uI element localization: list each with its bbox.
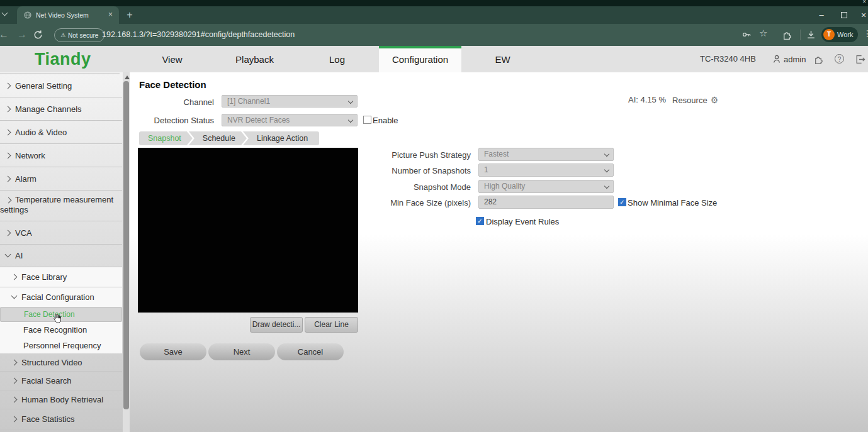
sidebar-item-label: Face Library xyxy=(21,272,67,282)
window-restore-icon[interactable] xyxy=(838,6,850,24)
draw-detection-button[interactable]: Draw detecti... xyxy=(250,317,303,333)
save-button[interactable]: Save xyxy=(140,343,206,360)
window-minimize-icon[interactable]: – xyxy=(815,6,828,24)
sidebar-item-label: Facial Configuration xyxy=(21,292,94,302)
picture-push-select[interactable]: Fastest xyxy=(478,148,614,161)
detection-status-select[interactable]: NVR Detect Faces xyxy=(222,114,358,126)
screen: × Net Video System × + – × ← → ⚠ Not sec… xyxy=(0,0,868,432)
overlay-titlebar: × xyxy=(0,0,868,6)
nav-tab-ew[interactable]: EW xyxy=(461,46,544,72)
logout-icon[interactable] xyxy=(855,54,865,65)
sidebar-item-label: VCA xyxy=(15,228,32,238)
window-close-icon[interactable]: × xyxy=(857,6,868,24)
tab-snapshot[interactable]: Snapshot xyxy=(139,131,193,145)
user-icon xyxy=(772,54,782,64)
security-chip[interactable]: ⚠ Not secure xyxy=(54,28,104,42)
sidebar-item-vca[interactable]: VCA xyxy=(0,221,122,245)
chevron-right-icon xyxy=(5,230,11,236)
sidebar-item-face-library[interactable]: Face Library xyxy=(0,267,122,287)
sidebar-item-label: Personnel Frequency xyxy=(23,341,101,350)
nav-tab-log[interactable]: Log xyxy=(296,46,378,72)
toolbar-divider xyxy=(800,30,801,40)
user-menu[interactable]: admin xyxy=(772,46,806,72)
back-icon[interactable]: ← xyxy=(0,24,9,46)
profile-chip[interactable]: T Work xyxy=(821,27,858,42)
sidebar-item-network[interactable]: Network xyxy=(0,144,122,167)
sidebar-item-label: Manage Channels xyxy=(15,104,82,114)
chevron-down-icon xyxy=(11,293,18,299)
browser-tab[interactable]: Net Video System × xyxy=(17,6,119,24)
enable-checkbox[interactable] xyxy=(363,116,371,124)
reload-icon[interactable] xyxy=(33,30,43,40)
min-face-size-input[interactable]: 282 xyxy=(478,196,614,209)
min-face-size-label: Min Face Size (pixels) xyxy=(352,198,471,208)
sidebar-item-structured-video[interactable]: Structured Video xyxy=(0,353,122,372)
sidebar-item-label: Face Recognition xyxy=(23,325,87,335)
sidebar-item-face-statistics[interactable]: Face Statistics xyxy=(0,409,122,429)
chevron-right-icon xyxy=(5,152,11,158)
chevron-down-icon xyxy=(348,118,353,123)
chevron-down-icon xyxy=(5,252,11,258)
new-tab-icon[interactable]: + xyxy=(123,6,136,24)
sidebar-item-facial-search[interactable]: Facial Search xyxy=(0,372,122,390)
tab-schedule[interactable]: Schedule xyxy=(189,131,247,145)
sidebar-item-facial-configuration[interactable]: Facial Configuration xyxy=(0,287,122,307)
show-min-face-checkbox[interactable]: ✓ xyxy=(618,198,626,206)
sidebar-item-personnel-frequency[interactable]: Personnel Frequency xyxy=(0,337,122,353)
chevron-down-icon xyxy=(604,184,609,189)
sidebar-item-audio-video[interactable]: Audio & Video xyxy=(0,121,122,144)
profile-name: Work xyxy=(837,27,853,42)
browser-toolbar: ← → ⚠ Not secure 192.168.1.3/?t=30293802… xyxy=(0,24,868,46)
tab-close-icon[interactable]: × xyxy=(108,6,113,23)
username: admin xyxy=(784,55,806,64)
sidebar-item-temperature-settings[interactable]: Temperature measurement settings xyxy=(0,191,122,221)
url-text[interactable]: 192.168.1.3/?t=3029380291#config/depthfa… xyxy=(102,24,295,46)
show-min-face-label: Show Minimal Face Size xyxy=(628,198,717,208)
gear-icon[interactable]: ⚙ xyxy=(711,95,719,105)
tab-favicon-globe-icon xyxy=(24,11,31,19)
forward-icon[interactable]: → xyxy=(17,24,27,46)
password-key-icon[interactable] xyxy=(741,30,752,40)
tab-search-chevron-icon[interactable] xyxy=(2,10,8,16)
cancel-button[interactable]: Cancel xyxy=(277,343,344,360)
sidebar-item-label: Facial Search xyxy=(21,376,71,385)
scrollbar-up-arrow-icon[interactable] xyxy=(125,75,130,79)
channel-select[interactable]: [1] Channel1 xyxy=(222,95,358,108)
display-event-rules-checkbox[interactable]: ✓ xyxy=(476,217,484,225)
snapshot-mode-select[interactable]: High Quality xyxy=(478,180,614,193)
chevron-right-icon xyxy=(11,416,18,423)
nav-tab-playback[interactable]: Playback xyxy=(213,46,296,72)
chevron-right-icon xyxy=(5,106,11,112)
sidebar-item-label: AI xyxy=(15,251,23,260)
sidebar-item-manage-channels[interactable]: Manage Channels xyxy=(0,97,122,121)
plugin-icon[interactable] xyxy=(813,54,824,65)
nav-tab-configuration[interactable]: Configuration xyxy=(379,46,461,72)
sidebar-item-human-body-retrieval[interactable]: Human Body Retrieval xyxy=(0,390,122,409)
nav-tab-view[interactable]: View xyxy=(131,46,213,72)
sidebar-scrollbar-thumb[interactable] xyxy=(123,81,129,409)
chevron-right-icon xyxy=(5,82,11,89)
next-button[interactable]: Next xyxy=(208,343,275,360)
help-icon[interactable]: ? xyxy=(835,54,844,64)
resource-settings[interactable]: Resource ⚙ xyxy=(672,95,718,105)
clear-line-button[interactable]: Clear Line xyxy=(305,317,358,333)
extensions-icon[interactable] xyxy=(782,30,792,40)
sidebar-item-label: Audio & Video xyxy=(15,128,67,137)
sidebar-item-general-setting[interactable]: General Setting xyxy=(0,74,122,97)
sidebar-item-alarm[interactable]: Alarm xyxy=(0,167,122,191)
video-preview[interactable] xyxy=(138,148,358,313)
num-snapshots-select[interactable]: 1 xyxy=(478,163,614,177)
chevron-right-icon xyxy=(11,359,18,365)
security-label: Not secure xyxy=(68,32,98,39)
warning-icon: ⚠ xyxy=(60,32,65,38)
tab-linkage-action[interactable]: Linkage Action xyxy=(243,131,319,145)
overlay-close-icon[interactable]: × xyxy=(862,0,866,5)
sidebar-item-ai[interactable]: AI xyxy=(0,245,122,267)
bookmark-star-icon[interactable]: ☆ xyxy=(759,28,767,39)
browser-menu-kebab-icon[interactable]: ⋮ xyxy=(863,28,868,38)
download-icon[interactable] xyxy=(806,30,816,40)
detection-status-value: NVR Detect Faces xyxy=(227,116,290,125)
chevron-down-icon xyxy=(348,99,353,104)
chevron-right-icon xyxy=(5,129,11,135)
sub-tabs: Snapshot Schedule Linkage Action xyxy=(139,131,319,145)
